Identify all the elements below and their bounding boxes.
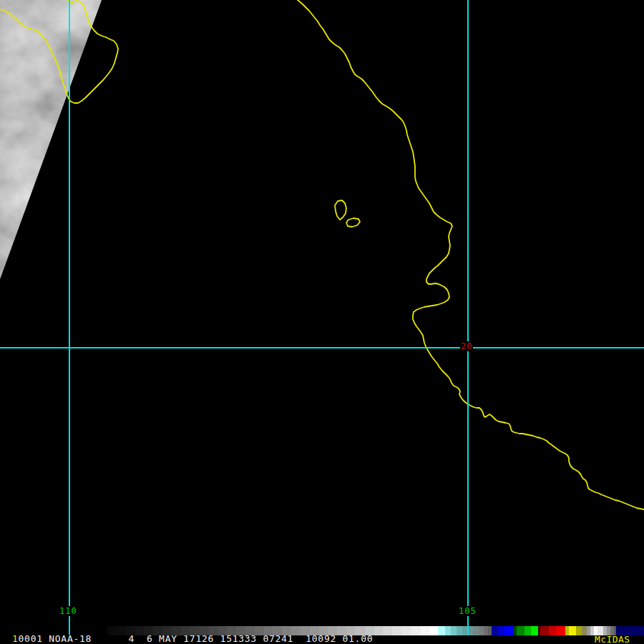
frame-number: 1	[12, 633, 19, 644]
colorbar-segment	[462, 626, 467, 635]
colorbar-segment	[497, 626, 504, 635]
colorbar-segment	[531, 626, 538, 635]
colorbar-segment	[457, 626, 462, 635]
colorbar-segment	[565, 626, 569, 635]
colorbar-segment	[479, 626, 484, 635]
mcidas-brand-label: McIDAS	[595, 635, 630, 644]
colorbar-segment	[488, 626, 492, 635]
colorbar-segment	[582, 626, 587, 635]
image-info-text: 0001 NOAA-18 4 6 MAY 17126 151333 07241 …	[19, 633, 374, 644]
colorbar-segment	[473, 626, 479, 635]
colorbar-segment	[576, 626, 582, 635]
colorbar-segment	[525, 626, 531, 635]
colorbar-segment	[590, 626, 594, 635]
colorbar-segment	[569, 626, 576, 635]
colorbar-segment	[445, 626, 451, 635]
colorbar-segment	[514, 626, 517, 635]
colorbar-segment	[438, 626, 445, 635]
colorbar-gray-step	[411, 626, 420, 635]
colorbar-gray-step	[401, 626, 411, 635]
colorbar-gray-step	[392, 626, 401, 635]
black-background	[0, 0, 644, 644]
colorbar-gray-step	[419, 626, 429, 635]
colorbar-segment	[538, 626, 540, 635]
mcidas-window: 110 105 20 10001 NOAA-18 4 6 MAY 17126 1…	[0, 0, 644, 644]
colorbar-gray-step	[429, 626, 438, 635]
colorbar-segment	[540, 626, 549, 635]
colorbar-segment	[484, 626, 488, 635]
colorbar-segment	[587, 626, 590, 635]
colorbar-gray-step	[383, 626, 392, 635]
colorbar-segment	[504, 626, 514, 635]
colorbar-segment	[517, 626, 525, 635]
lat-label-20: 20	[460, 341, 473, 351]
status-bar: 10001 NOAA-18 4 6 MAY 17126 151333 07241…	[12, 634, 373, 644]
colorbar-gray-step	[374, 626, 383, 635]
colorbar-segment	[549, 626, 556, 635]
colorbar-segment	[492, 626, 497, 635]
lon-label-105: 105	[458, 606, 477, 616]
colorbar-segment	[556, 626, 565, 635]
image-canvas[interactable]	[0, 0, 644, 644]
colorbar-segment	[451, 626, 457, 635]
lon-label-110: 110	[59, 606, 78, 616]
